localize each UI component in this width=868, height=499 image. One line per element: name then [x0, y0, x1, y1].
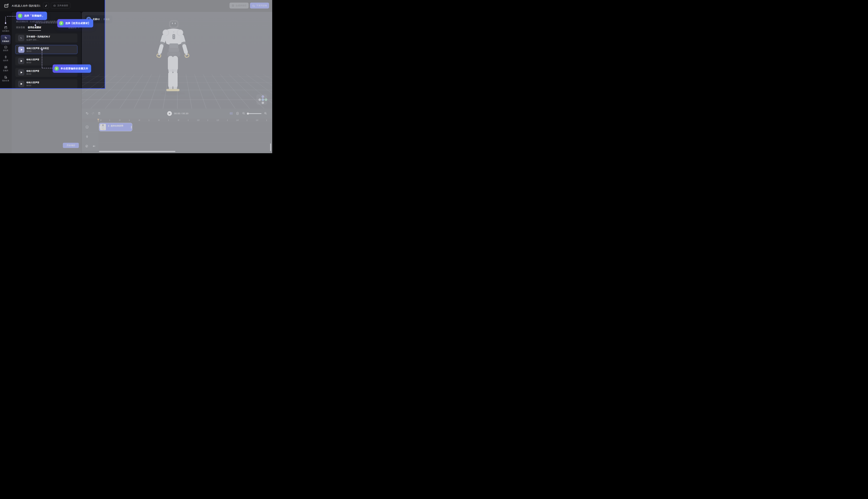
sparkles-icon: [4, 36, 8, 40]
sidebar-item-audio-library[interactable]: 音频库: [0, 65, 11, 72]
audio-item-duration: 00:03: [26, 61, 31, 63]
robot-logo-icon: [4, 3, 9, 8]
step-text: 选择【使用合成素材】: [65, 22, 90, 25]
sidebar-item-motion-library[interactable]: 动作库: [0, 56, 11, 62]
step-number-badge: 3: [54, 66, 59, 71]
sidebar-label: 动作模仿: [0, 30, 11, 32]
music-box-icon: [4, 65, 8, 69]
guide-dot-1: [5, 22, 6, 24]
step-number-badge: 1: [18, 14, 22, 18]
audio-item[interactable]: 哈哈大笑声音 00:03: [15, 80, 77, 88]
sidebar-label: 动作库: [0, 59, 11, 62]
tutorial-step-3: 3 单击想要编排的音频文件: [53, 64, 91, 73]
sidebar-label: 音频库: [0, 70, 11, 72]
robot-model-name: 灵犀X2: [93, 18, 100, 21]
step-text: 单击想要编排的音频文件: [61, 67, 88, 70]
file-save-status[interactable]: 文件未保存: [51, 3, 70, 9]
guide-dot-2: [35, 24, 36, 26]
play-icon[interactable]: [18, 58, 24, 64]
guide-connector-1: [7, 16, 16, 16]
audio-item-title: 哈哈大笑声音: [26, 70, 39, 73]
sidebar-label: 音频编排: [1, 40, 11, 42]
step-text: 选择「音频编排」: [24, 14, 44, 17]
guide-dot-3: [41, 49, 43, 50]
dim-overlay-bottom-left: [0, 89, 105, 153]
person-icon: [4, 56, 8, 59]
project-title: A1机器人动作-我的项目1: [12, 4, 40, 8]
tutorial-step-2: 2 选择【使用合成素材】: [57, 19, 93, 27]
tab-use-synth-material[interactable]: 使用合成素材: [28, 26, 41, 29]
audio-item-title: 哈哈大笑声音: [26, 58, 39, 61]
save-status-label: 文件未保存: [57, 4, 68, 7]
sidebar-item-audio-orchestration[interactable]: 音频编排: [1, 35, 11, 45]
robot-face-icon: [4, 45, 8, 49]
dim-overlay-right: [105, 0, 272, 153]
sidebar-label: 我的任务: [0, 80, 11, 82]
audio-item[interactable]: 哈哈大笑声音 00:03: [15, 57, 77, 65]
task-list-icon: [4, 75, 8, 79]
play-icon[interactable]: [18, 47, 24, 53]
clapperboard-icon: [4, 26, 8, 29]
tab-add-audio[interactable]: 添加音频: [16, 26, 25, 29]
guide-connector-1: [5, 17, 6, 22]
guide-connector-3: [42, 50, 42, 68]
sparkles-icon: [18, 35, 24, 41]
tutorial-step-1: 1 选择「音频编排」: [16, 12, 47, 20]
audio-item-title: 百年难得一见的练武奇才: [26, 35, 50, 38]
play-icon[interactable]: [18, 81, 24, 87]
spotlight-border-vertical: [105, 0, 105, 89]
audio-item-title: 哈哈大笑声音: [26, 81, 39, 84]
sidebar-item-my-tasks[interactable]: 我的任务: [0, 75, 11, 82]
spotlight-border-horizontal: [0, 88, 105, 89]
sidebar-item-expression-library[interactable]: 表情库: [0, 45, 11, 52]
sidebar-item-motion-mimic[interactable]: 动作模仿: [0, 26, 11, 32]
audio-item-status: 生成中 30% ...: [26, 39, 39, 41]
audio-item-duration: 00:03: [26, 73, 31, 75]
audio-item-selected[interactable]: 哈哈大笑声音-点击状态 00:03: [15, 45, 77, 54]
audio-item-generating[interactable]: 百年难得一见的练武奇才 生成中 30% ...: [15, 34, 77, 42]
edit-title-button[interactable]: [43, 3, 49, 9]
guide-connector-2: [36, 23, 57, 23]
cloud-sync-icon: [53, 4, 56, 7]
play-icon[interactable]: [18, 69, 24, 75]
guide-connector-3: [42, 68, 53, 68]
app-root: A1机器人动作-我的项目1 文件未保存 合成并保存: [0, 0, 272, 153]
step-number-badge: 2: [59, 21, 63, 25]
sidebar-label: 表情库: [0, 49, 11, 52]
audio-item-title: 哈哈大笑声音-点击状态: [27, 47, 49, 50]
audio-item-duration: 00:03: [27, 50, 32, 52]
badge-divider: |: [101, 18, 102, 21]
audio-item-duration: 00:03: [26, 84, 31, 86]
pencil-icon: [45, 4, 47, 7]
